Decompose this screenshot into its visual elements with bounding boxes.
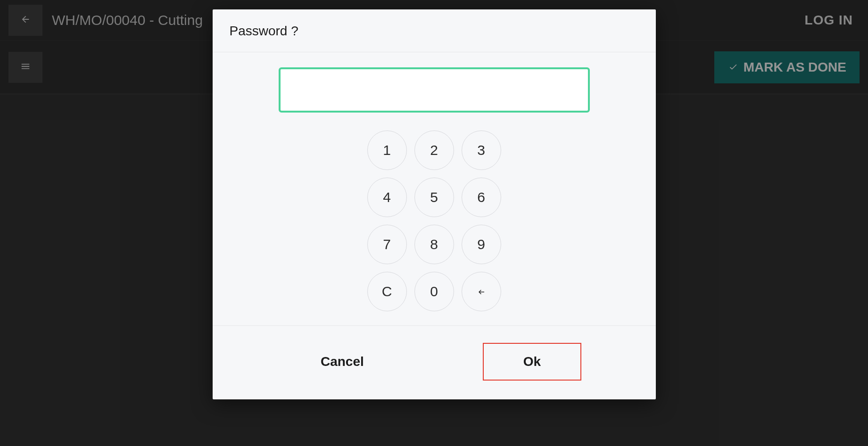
- numeric-keypad: 1 2 3 4 5 6 7 8 9 C 0: [367, 130, 501, 311]
- cancel-button[interactable]: Cancel: [287, 343, 398, 381]
- modal-footer: Cancel Ok: [213, 325, 656, 399]
- keypad-backspace[interactable]: [462, 272, 501, 311]
- keypad-3[interactable]: 3: [462, 130, 501, 170]
- backspace-icon: [475, 284, 488, 300]
- modal-body: 1 2 3 4 5 6 7 8 9 C 0: [213, 52, 656, 325]
- keypad-4[interactable]: 4: [367, 178, 407, 217]
- ok-button[interactable]: Ok: [483, 343, 581, 381]
- keypad-2[interactable]: 2: [414, 130, 454, 170]
- keypad-8[interactable]: 8: [414, 225, 454, 264]
- keypad-7[interactable]: 7: [367, 225, 407, 264]
- modal-overlay: Password ? 1 2 3 4 5 6 7 8 9 C 0: [0, 0, 868, 446]
- keypad-6[interactable]: 6: [462, 178, 501, 217]
- keypad-9[interactable]: 9: [462, 225, 501, 264]
- keypad-0[interactable]: 0: [414, 272, 454, 311]
- modal-title: Password ?: [213, 9, 656, 52]
- keypad-clear[interactable]: C: [367, 272, 407, 311]
- password-modal: Password ? 1 2 3 4 5 6 7 8 9 C 0: [213, 9, 656, 399]
- keypad-1[interactable]: 1: [367, 130, 407, 170]
- keypad-5[interactable]: 5: [414, 178, 454, 217]
- password-input[interactable]: [279, 67, 590, 113]
